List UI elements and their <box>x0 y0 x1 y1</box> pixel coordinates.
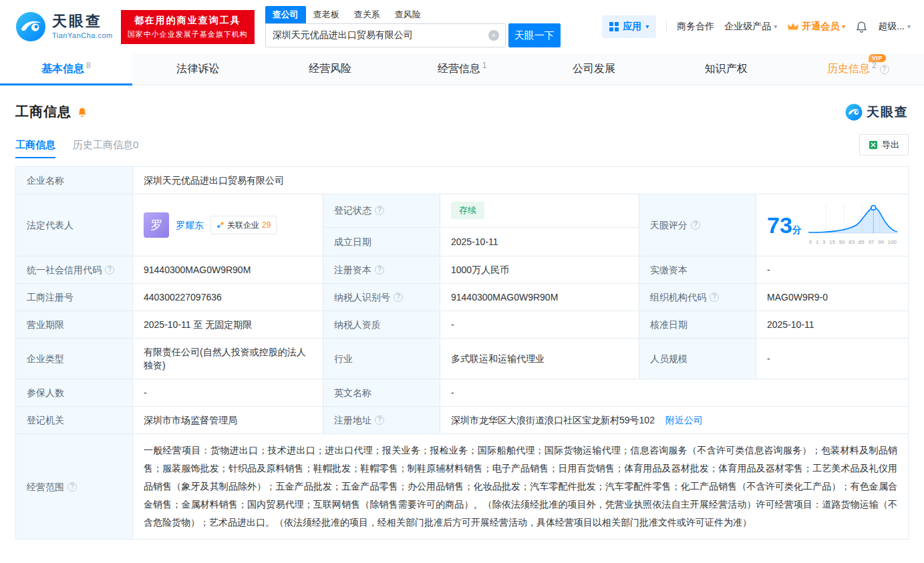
tab-count: 2 <box>872 61 877 70</box>
tab-company-development[interactable]: 公司发展 <box>528 53 660 85</box>
question-icon[interactable] <box>394 293 403 302</box>
question-icon[interactable] <box>880 65 889 74</box>
question-icon[interactable] <box>375 265 384 274</box>
table-row: 登记机关 深圳市市场监督管理局 注册地址 深圳市龙华区大浪街道浪口社区宝龙新村5… <box>16 407 909 434</box>
search-button[interactable]: 天眼一下 <box>508 23 561 47</box>
legal-rep-avatar[interactable]: 罗 <box>144 212 169 238</box>
tab-history-info[interactable]: 历史信息 VIP 2 <box>792 53 924 85</box>
question-icon[interactable] <box>105 265 114 274</box>
score-unit: 分 <box>792 224 802 235</box>
watermark-logo: 天眼查 <box>845 104 909 121</box>
tab-count: 1 <box>482 61 487 70</box>
field-value-scope: 一般经营项目：货物进出口；技术进出口；进出口代理；报关业务；报检业务；国际船舶代… <box>133 434 909 540</box>
field-label-insured-num: 参保人数 <box>16 379 133 407</box>
search-tab-boss[interactable]: 查老板 <box>306 6 347 23</box>
caret-down-icon <box>774 23 777 30</box>
tab-intellectual-property[interactable]: 知识产权 <box>660 53 792 85</box>
field-label-approve-date: 核准日期 <box>639 311 756 339</box>
field-value-reg-status: 存续 <box>440 194 639 228</box>
excel-icon <box>869 140 878 150</box>
field-value-taxpayer-quality: - <box>440 311 639 339</box>
field-label-industry: 行业 <box>323 339 440 379</box>
table-row: 企业名称 深圳天元优品进出口贸易有限公司 <box>16 167 909 194</box>
export-button[interactable]: 导出 <box>859 134 909 156</box>
field-value-industry: 多式联运和运输代理业 <box>440 339 639 379</box>
field-value-insured-num: - <box>133 379 323 407</box>
search-area: 查公司 查老板 查关系 查风险 天眼一下 <box>265 6 561 47</box>
search-tab-risk[interactable]: 查风险 <box>388 6 428 23</box>
tab-basic-info[interactable]: 基本信息 8 <box>0 53 132 85</box>
table-row: 经营范围 一般经营项目：货物进出口；技术进出口；进出口代理；报关业务；报检业务；… <box>16 434 909 540</box>
field-value-company-name: 深圳天元优品进出口贸易有限公司 <box>133 167 909 194</box>
apps-menu[interactable]: 应用 <box>602 15 656 38</box>
search-tab-relation[interactable]: 查关系 <box>347 6 388 23</box>
menu-open-vip[interactable]: 开通会员 <box>787 21 845 33</box>
question-icon[interactable] <box>710 293 719 302</box>
account-menu[interactable]: 超级... <box>878 21 911 33</box>
menu-cooperation[interactable]: 商务合作 <box>677 21 714 33</box>
field-label-credit-code: 统一社会信用代码 <box>16 256 133 284</box>
table-row: 法定代表人 罗 罗耀东 关联企业 29 <box>16 194 909 228</box>
monitor-bell-icon[interactable] <box>77 107 88 118</box>
section-title: 工商信息 <box>15 103 71 121</box>
subtab-history-business-info[interactable]: 历史工商信息0 <box>73 139 138 158</box>
table-row: 参保人数 - 英文名称 - <box>16 379 909 407</box>
divider <box>666 21 667 33</box>
field-value-paid-capital: - <box>756 256 909 284</box>
question-icon[interactable] <box>375 415 384 425</box>
caret-down-icon <box>842 23 845 30</box>
business-info-table: 企业名称 深圳天元优品进出口贸易有限公司 法定代表人 罗 罗耀东 <box>15 166 909 540</box>
caret-down-icon <box>907 23 911 30</box>
field-value-approve-date: 2025-10-11 <box>756 311 909 339</box>
account-label: 超级... <box>878 21 905 33</box>
table-row: 企业类型 有限责任公司(自然人投资或控股的法人独资) 行业 多式联运和运输代理业… <box>16 339 909 379</box>
field-label-reg-status: 登记状态 <box>323 194 440 228</box>
table-row: 工商注册号 440300227097636 纳税人识别号 91440300MAG… <box>16 284 909 311</box>
subtab-business-info[interactable]: 工商信息 <box>15 139 55 158</box>
table-row: 统一社会信用代码 91440300MAG0W9R90M 注册资本 1000万人民… <box>16 256 909 284</box>
field-label-reg-org: 登记机关 <box>16 407 133 434</box>
field-value-reg-org: 深圳市市场监督管理局 <box>133 407 323 434</box>
caret-down-icon <box>645 23 649 30</box>
vip-badge: VIP <box>869 54 886 62</box>
field-value-company-type: 有限责任公司(自然人投资或控股的法人独资) <box>133 339 323 379</box>
field-label-paid-capital: 实缴资本 <box>639 256 756 284</box>
legal-rep-link[interactable]: 罗耀东 <box>176 218 204 232</box>
search-tab-company[interactable]: 查公司 <box>265 6 306 23</box>
tab-count: 8 <box>86 61 91 70</box>
field-label-company-type: 企业类型 <box>16 339 133 379</box>
brand-name: 天眼查 <box>52 14 113 29</box>
promo-line-1: 都在用的商业查询工具 <box>128 15 248 27</box>
watermark-text: 天眼查 <box>867 104 909 121</box>
field-value-org-code: MAG0W9R9-0 <box>756 284 909 311</box>
nearby-companies-link[interactable]: 附近公司 <box>665 415 703 425</box>
field-value-score: 73分 <box>756 194 909 256</box>
field-label-taxpayer-no: 纳税人识别号 <box>323 284 440 311</box>
question-icon[interactable] <box>67 482 77 492</box>
field-label-company-name: 企业名称 <box>16 167 133 194</box>
tab-operation-risk[interactable]: 经营风险 <box>264 53 396 85</box>
search-input[interactable] <box>265 23 506 47</box>
related-companies-tag[interactable]: 关联企业 29 <box>210 216 277 234</box>
score-value: 73 <box>767 212 792 238</box>
clear-icon[interactable] <box>488 30 499 41</box>
company-section-tabs: 基本信息 8 法律诉讼 经营风险 经营信息 1 公司发展 知识产权 历史信息 V… <box>0 53 924 85</box>
tab-operation-info[interactable]: 经营信息 1 <box>396 53 528 85</box>
question-icon[interactable] <box>375 206 384 215</box>
question-icon[interactable] <box>691 220 700 230</box>
notification-bell-icon[interactable] <box>855 21 868 33</box>
main-content: 工商信息 天眼查 工商信息 历史工商信息0 <box>0 103 924 540</box>
related-companies-count: 29 <box>262 218 271 232</box>
brand-logo[interactable]: 天眼查 TianYanCha.com <box>15 11 113 42</box>
field-label-reg-no: 工商注册号 <box>16 284 133 311</box>
score-chart-axis: 013155063859799100 <box>808 236 897 249</box>
relation-graph-icon <box>216 221 224 229</box>
field-label-staff-scale: 人员规模 <box>639 339 756 379</box>
field-value-term: 2025-10-11 至 无固定期限 <box>133 311 323 339</box>
score-distribution-chart: 013155063859799100 <box>808 201 897 249</box>
field-value-staff-scale: - <box>756 339 909 379</box>
field-value-credit-code: 91440300MAG0W9R90M <box>133 256 323 284</box>
tab-legal-litigation[interactable]: 法律诉讼 <box>132 53 265 85</box>
menu-enterprise-products[interactable]: 企业级产品 <box>724 21 777 33</box>
field-label-establish-date: 成立日期 <box>323 227 440 256</box>
